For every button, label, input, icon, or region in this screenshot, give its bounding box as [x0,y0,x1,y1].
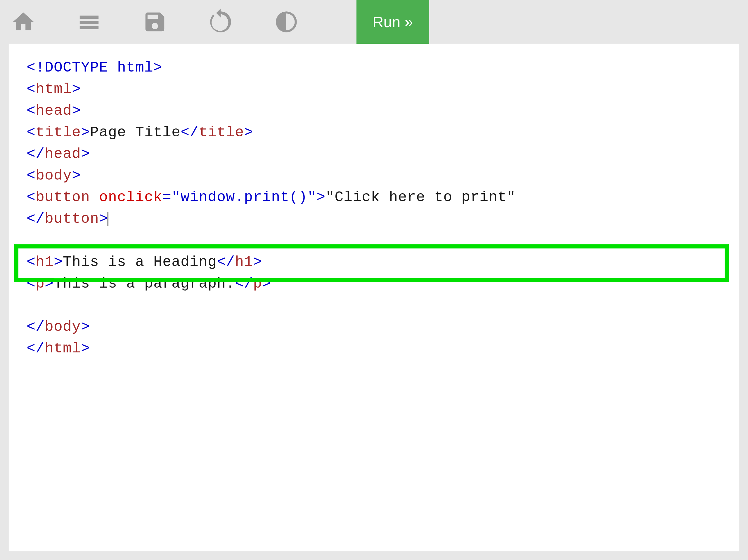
attr-onclick: onclick [99,189,162,205]
tag-bracket: > [262,275,271,292]
tag-bracket: </ [27,146,45,162]
code-content[interactable]: <!DOCTYPE html> <html> <head> <title>Pag… [9,50,739,366]
tag-bracket: > [81,146,90,162]
tag-bracket: </ [27,211,45,227]
tag-head: head [36,102,72,119]
contrast-icon[interactable] [273,9,300,35]
tag-bracket: > [81,124,90,141]
tag-bracket: </ [27,319,45,335]
tag-bracket: </ [235,275,253,292]
tag-bracket: > [99,211,108,227]
tag-bracket: < [27,275,36,292]
tag-bracket: > [72,102,81,119]
tag-bracket: </ [217,254,235,270]
tag-bracket: > [244,124,253,141]
tag-html-close: html [45,340,81,357]
tag-p-close: p [253,275,262,292]
text-cursor [108,212,109,226]
tag-bracket: > [81,340,90,357]
tag-bracket: > [72,167,81,184]
h1-text: This is a Heading [63,254,217,270]
attr-val: "window.print()" [171,189,317,205]
space [90,189,99,205]
tag-bracket: < [27,254,36,270]
tag-title-close: title [199,124,244,141]
rotate-icon[interactable] [207,9,234,35]
tag-bracket: > [317,189,326,205]
run-button[interactable]: Run » [356,0,429,44]
tag-html: html [36,81,72,98]
tag-bracket: < [27,167,36,184]
equals: = [162,189,171,205]
tag-bracket: < [27,102,36,119]
tag-button: button [36,189,90,205]
button-text: "Click here to print" [326,189,516,205]
tag-head-close: head [45,146,81,162]
toolbar: Run » [0,0,748,44]
tag-bracket: > [72,81,81,98]
tag-button-close: button [45,211,99,227]
doctype: <!DOCTYPE html> [27,59,162,76]
tag-bracket: </ [181,124,199,141]
tag-h1-close: h1 [235,254,253,270]
tag-body-close: body [45,319,81,335]
code-editor[interactable]: <!DOCTYPE html> <html> <head> <title>Pag… [9,44,739,551]
home-icon[interactable] [10,9,37,35]
tag-body: body [36,167,72,184]
tag-h1: h1 [36,254,54,270]
tag-bracket: > [253,254,262,270]
tag-bracket: </ [27,340,45,357]
tag-p: p [36,275,45,292]
tag-bracket: < [27,81,36,98]
tag-bracket: > [54,254,63,270]
p-text: This is a paragraph. [54,275,235,292]
tag-bracket: < [27,124,36,141]
tag-title: title [36,124,81,141]
title-text: Page Title [90,124,181,141]
tag-bracket: < [27,189,36,205]
menu-icon[interactable] [76,9,102,35]
tag-bracket: > [81,319,90,335]
save-icon[interactable] [142,9,168,35]
tag-bracket: > [45,275,54,292]
